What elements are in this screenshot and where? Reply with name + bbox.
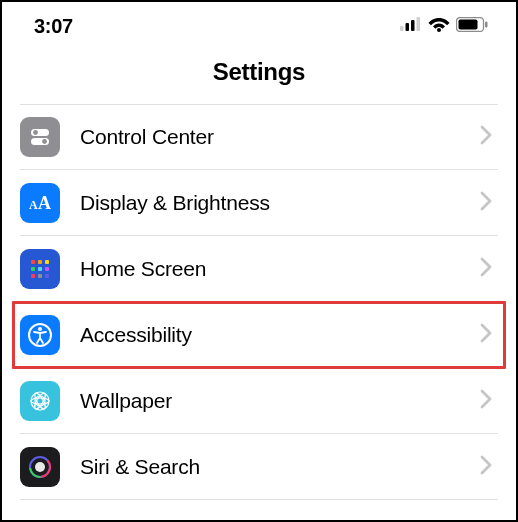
wallpaper-icon	[20, 381, 60, 421]
svg-rect-21	[38, 274, 42, 278]
battery-icon	[456, 17, 488, 36]
svg-rect-17	[31, 267, 35, 271]
svg-rect-2	[411, 20, 415, 31]
chevron-right-icon	[480, 125, 492, 149]
home-screen-icon	[20, 249, 60, 289]
svg-point-4	[437, 28, 441, 32]
svg-point-33	[35, 462, 45, 472]
svg-point-24	[38, 327, 42, 331]
svg-rect-7	[485, 21, 488, 27]
row-home-screen[interactable]: Home Screen	[2, 236, 516, 302]
chevron-right-icon	[480, 455, 492, 479]
status-time: 3:07	[34, 15, 73, 38]
chevron-right-icon	[480, 191, 492, 215]
svg-text:A: A	[29, 198, 38, 212]
row-label: Home Screen	[80, 257, 480, 281]
chevron-right-icon	[480, 389, 492, 413]
status-bar: 3:07	[2, 2, 516, 46]
svg-rect-20	[31, 274, 35, 278]
siri-icon	[20, 447, 60, 487]
svg-rect-15	[38, 260, 42, 264]
row-label: Control Center	[80, 125, 480, 149]
row-label: Wallpaper	[80, 389, 480, 413]
page-header: Settings	[2, 46, 516, 104]
row-label: Display & Brightness	[80, 191, 480, 215]
status-indicators	[400, 16, 488, 36]
row-label: Accessibility	[80, 323, 480, 347]
row-display-brightness[interactable]: A A Display & Brightness	[2, 170, 516, 236]
svg-rect-22	[45, 274, 49, 278]
svg-point-9	[33, 130, 38, 135]
svg-rect-3	[417, 17, 421, 31]
page-title: Settings	[2, 58, 516, 86]
row-wallpaper[interactable]: Wallpaper	[2, 368, 516, 434]
svg-rect-6	[459, 19, 478, 29]
row-control-center[interactable]: Control Center	[2, 104, 516, 170]
row-siri-search[interactable]: Siri & Search	[2, 434, 516, 500]
svg-point-11	[42, 139, 47, 144]
control-center-icon	[20, 117, 60, 157]
svg-rect-0	[400, 26, 404, 31]
svg-rect-16	[45, 260, 49, 264]
accessibility-icon	[20, 315, 60, 355]
svg-point-27	[31, 398, 49, 404]
settings-list: Control Center A A Display & Brightness	[2, 104, 516, 500]
wifi-icon	[428, 16, 450, 36]
svg-text:A: A	[38, 193, 51, 213]
cellular-signal-icon	[400, 17, 422, 35]
row-accessibility[interactable]: Accessibility	[2, 302, 516, 368]
chevron-right-icon	[480, 257, 492, 281]
svg-rect-14	[31, 260, 35, 264]
svg-rect-19	[45, 267, 49, 271]
row-label: Siri & Search	[80, 455, 480, 479]
display-brightness-icon: A A	[20, 183, 60, 223]
svg-rect-18	[38, 267, 42, 271]
svg-rect-1	[406, 23, 410, 31]
chevron-right-icon	[480, 323, 492, 347]
